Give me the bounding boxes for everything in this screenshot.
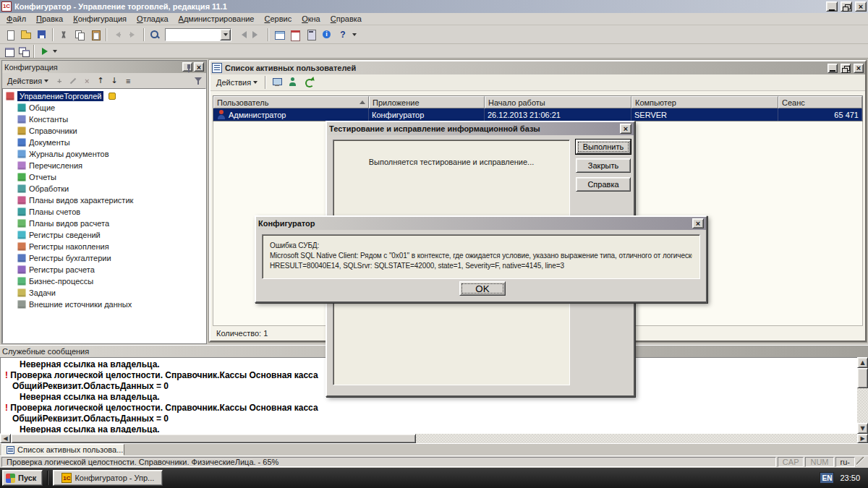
tree-item-common[interactable]: Общие bbox=[3, 102, 205, 114]
column-header-application[interactable]: Приложение bbox=[369, 96, 485, 108]
delete-item-button[interactable]: × bbox=[80, 74, 93, 87]
column-header-computer[interactable]: Компьютер bbox=[631, 96, 778, 108]
paste-button[interactable] bbox=[88, 27, 103, 43]
start-button[interactable]: Пуск bbox=[2, 470, 43, 486]
open-button[interactable] bbox=[18, 27, 34, 43]
window-close-button[interactable]: × bbox=[855, 1, 867, 12]
menu-item-file[interactable]: Файл bbox=[1, 14, 31, 24]
tree-item-documents[interactable]: Документы bbox=[3, 137, 205, 148]
window-layout-button[interactable] bbox=[2, 45, 17, 58]
actions-menu-button[interactable]: Действия bbox=[4, 75, 52, 87]
actions-menu-button[interactable]: Действия bbox=[213, 77, 261, 88]
menu-item-administration[interactable]: Администрирование bbox=[174, 14, 260, 24]
tray-clock[interactable]: 23:50 bbox=[840, 474, 860, 482]
menu-item-edit[interactable]: Правка bbox=[31, 14, 68, 24]
scroll-up-button[interactable]: ▲ bbox=[857, 357, 868, 368]
tree-root-management-trade[interactable]: УправлениеТорговлей bbox=[3, 90, 205, 102]
table-tool-button[interactable] bbox=[271, 27, 287, 43]
horizontal-scroll-thumb[interactable] bbox=[11, 434, 416, 443]
close-button[interactable]: Закрыть bbox=[576, 158, 631, 173]
tree-item-catalogs[interactable]: Справочники bbox=[3, 125, 205, 137]
copy-button[interactable] bbox=[72, 27, 88, 43]
tree-item-constants[interactable]: Константы bbox=[3, 114, 205, 125]
tree-item-external-data-sources[interactable]: Внешние источники данных bbox=[3, 299, 205, 310]
message-line[interactable]: Неверная ссылка на владельца. bbox=[5, 424, 867, 434]
tree-item-accumulation-registers[interactable]: Регистры накопления bbox=[3, 241, 205, 252]
tab-active-users[interactable]: Список активных пользова... bbox=[1, 444, 124, 455]
tray-language-indicator[interactable]: EN bbox=[820, 472, 834, 484]
tree-item-tasks[interactable]: Задачи bbox=[3, 287, 205, 299]
tree-item-business-processes[interactable]: Бизнес-процессы bbox=[3, 275, 205, 287]
ok-button[interactable]: OK bbox=[459, 281, 506, 296]
syntax-info-button[interactable] bbox=[319, 27, 335, 43]
run-button[interactable]: Выполнить bbox=[576, 140, 631, 154]
menu-item-service[interactable]: Сервис bbox=[259, 14, 297, 24]
window-minimize-button[interactable] bbox=[826, 1, 838, 12]
start-debug-button[interactable] bbox=[37, 45, 51, 58]
menu-item-configuration[interactable]: Конфигурация bbox=[68, 14, 132, 24]
edit-item-button[interactable] bbox=[67, 74, 80, 87]
view-session-button[interactable] bbox=[270, 76, 284, 89]
message-line[interactable]: ОбщийРеквизит.ОбластьДанных = 0 bbox=[5, 414, 867, 424]
horizontal-scroll-track[interactable] bbox=[416, 434, 857, 443]
calendar-button[interactable] bbox=[287, 27, 303, 43]
vertical-scroll-thumb[interactable] bbox=[857, 368, 868, 388]
navigate-back-button[interactable] bbox=[234, 27, 250, 43]
menu-item-windows[interactable]: Окна bbox=[297, 14, 326, 24]
child-minimize-button[interactable] bbox=[827, 64, 838, 73]
find-button[interactable] bbox=[147, 27, 163, 43]
refresh-button[interactable] bbox=[302, 76, 316, 89]
test-repair-dialog-titlebar[interactable]: Тестирование и исправление информационно… bbox=[327, 122, 634, 135]
navigate-forward-button[interactable] bbox=[250, 27, 265, 43]
window-cascade-button[interactable] bbox=[17, 45, 31, 58]
active-users-titlebar[interactable]: Список активных пользователей × bbox=[210, 61, 865, 74]
save-button[interactable] bbox=[34, 27, 50, 43]
cut-button[interactable] bbox=[56, 27, 72, 43]
toolbar-overflow-icon[interactable] bbox=[352, 33, 357, 36]
vertical-scroll-track[interactable] bbox=[857, 388, 868, 423]
dialog-close-button[interactable]: × bbox=[620, 124, 631, 134]
tree-item-information-registers[interactable]: Регистры сведений bbox=[3, 229, 205, 241]
child-close-button[interactable]: × bbox=[854, 64, 864, 73]
undo-button[interactable] bbox=[109, 27, 125, 43]
taskbar-item-configurator[interactable]: Конфигуратор - Упр... bbox=[53, 470, 163, 486]
message-line[interactable]: ! Проверка логической целостности. Справ… bbox=[5, 403, 867, 414]
keyboard-language-indicator[interactable]: ru- bbox=[835, 457, 855, 467]
scroll-down-button[interactable]: ▼ bbox=[857, 423, 868, 434]
add-item-button[interactable]: + bbox=[53, 74, 66, 87]
tree-item-reports[interactable]: Отчеты bbox=[3, 171, 205, 183]
column-header-start-time[interactable]: Начало работы bbox=[485, 96, 631, 108]
tree-item-enumerations[interactable]: Перечисления bbox=[3, 160, 205, 171]
help-button[interactable]: Справка bbox=[576, 177, 631, 192]
move-down-button[interactable]: ↓ bbox=[108, 74, 121, 87]
app-titlebar[interactable]: Конфигуратор - Управление торговлей, ред… bbox=[0, 0, 868, 13]
tree-item-data-processors[interactable]: Обработки bbox=[3, 183, 205, 194]
tree-item-charts-of-calculation-types[interactable]: Планы видов расчета bbox=[3, 218, 205, 229]
table-row[interactable]: Администратор Конфигуратор 26.12.2013 21… bbox=[213, 108, 862, 121]
scroll-left-button[interactable]: ◀ bbox=[0, 434, 11, 443]
resize-grip[interactable] bbox=[856, 457, 867, 467]
scroll-right-button[interactable]: ▶ bbox=[857, 434, 868, 443]
configuration-panel-header[interactable]: Конфигурация × bbox=[2, 61, 206, 73]
column-header-user[interactable]: Пользователь bbox=[213, 96, 369, 108]
calculator-button[interactable] bbox=[303, 27, 319, 43]
filter-button[interactable] bbox=[192, 74, 205, 87]
column-header-session[interactable]: Сеанс bbox=[778, 96, 862, 108]
debug-options-dropdown-icon[interactable] bbox=[53, 50, 57, 53]
tree-item-document-journals[interactable]: Журналы документов bbox=[3, 148, 205, 160]
dialog-close-button[interactable]: × bbox=[692, 218, 704, 228]
help-button[interactable] bbox=[335, 27, 351, 43]
window-restore-button[interactable] bbox=[841, 1, 852, 12]
tree-item-accounting-registers[interactable]: Регистры бухгалтерии bbox=[3, 252, 205, 264]
new-button[interactable] bbox=[2, 27, 18, 43]
menu-item-debug[interactable]: Отладка bbox=[132, 14, 174, 24]
move-up-button[interactable]: ↑ bbox=[94, 74, 107, 87]
child-restore-button[interactable] bbox=[841, 64, 851, 73]
sql-error-dialog-titlebar[interactable]: Конфигуратор × bbox=[256, 217, 706, 230]
tree-item-calculation-registers[interactable]: Регистры расчета bbox=[3, 264, 205, 275]
search-combo-input[interactable] bbox=[166, 29, 220, 40]
search-combo-dropdown-button[interactable] bbox=[220, 29, 231, 40]
add-user-button[interactable] bbox=[286, 76, 300, 89]
close-panel-button[interactable]: × bbox=[194, 62, 204, 72]
tree-item-charts-of-characteristic-types[interactable]: Планы видов характеристик bbox=[3, 194, 205, 206]
